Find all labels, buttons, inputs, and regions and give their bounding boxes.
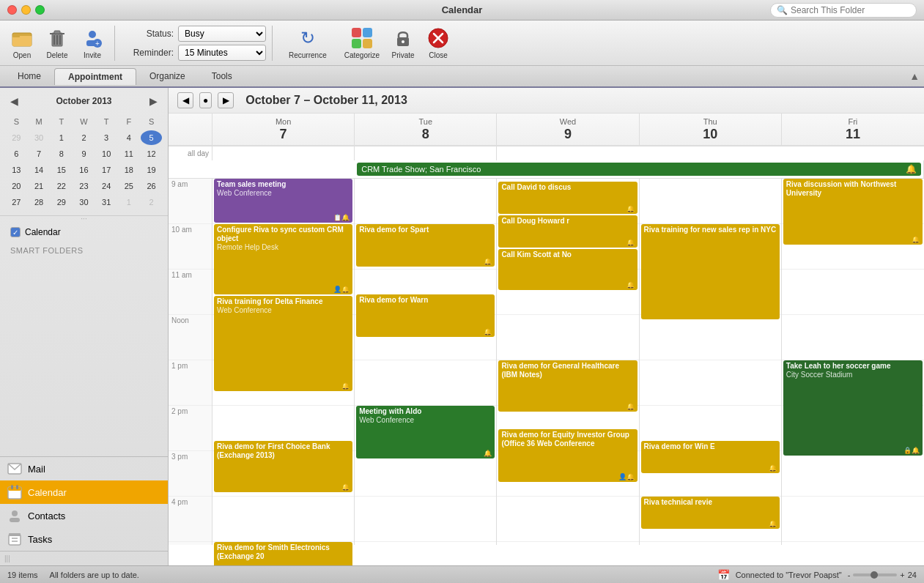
event-riva-wine[interactable]: Riva demo for Win E 🔔 — [641, 441, 780, 473]
event-configure-riva[interactable]: Configure Riva to sync custom CRM object… — [214, 224, 352, 294]
cal-day[interactable]: 15 — [51, 163, 72, 177]
cal-day[interactable]: 23 — [73, 179, 95, 193]
event-icon: 🔔 — [484, 450, 492, 457]
tab-tools[interactable]: Tools — [199, 68, 245, 84]
tab-organize[interactable]: Organize — [136, 68, 199, 84]
tab-appointment[interactable]: Appointment — [54, 68, 136, 85]
cal-day[interactable]: 6 — [6, 146, 27, 161]
delete-button[interactable]: Delete — [41, 23, 73, 62]
cal-day[interactable]: 20 — [6, 179, 27, 193]
cal-day[interactable]: 18 — [119, 163, 140, 177]
cal-day[interactable]: 9 — [73, 146, 95, 161]
event-riva-delta[interactable]: Riva training for Delta Finance Web Conf… — [214, 296, 352, 391]
event-call-doug[interactable]: Call Doug Howard r 🔔 — [498, 215, 637, 248]
search-box[interactable]: 🔍 — [770, 3, 917, 18]
cal-day[interactable]: 16 — [73, 163, 95, 177]
event-riva-spart[interactable]: Riva demo for Spart 🔔 — [356, 224, 495, 267]
cal-day[interactable]: 29 — [51, 195, 72, 209]
tab-overflow-icon[interactable]: ▲ — [909, 70, 920, 82]
event-team-sales[interactable]: Team sales meeting Web Conference 📋🔔 — [214, 179, 352, 223]
zoom-plus[interactable]: + — [900, 571, 904, 579]
cal-day[interactable]: 28 — [29, 195, 50, 209]
wed-slot-4 — [497, 497, 638, 542]
cal-day[interactable]: 29 — [6, 130, 27, 145]
maximize-window-button[interactable] — [35, 5, 45, 15]
event-riva-warn[interactable]: Riva demo for Warn 🔔 — [356, 294, 495, 337]
cal-day[interactable]: 4 — [119, 130, 140, 145]
zoom-thumb[interactable] — [871, 571, 878, 579]
event-general-healthcare[interactable]: Riva demo for General Healthcare (IBM No… — [498, 360, 637, 412]
cal-day[interactable]: 27 — [6, 195, 27, 209]
minimize-window-button[interactable] — [21, 5, 31, 15]
status-select[interactable]: Busy Free Tentative Out of Office — [178, 26, 266, 42]
crm-trade-show-event[interactable]: CRM Trade Show; San Francisco 🔔 — [357, 163, 921, 176]
cal-prev-btn[interactable]: ◀ — [177, 92, 193, 108]
cal-day[interactable]: 13 — [6, 163, 27, 177]
close-event-button[interactable]: Close — [422, 23, 454, 62]
event-call-david[interactable]: Call David to discus 🔔 — [498, 182, 637, 214]
cal-next-btn[interactable]: ▶ — [218, 92, 234, 108]
mini-calendar: ◀ October 2013 ▶ S M T W T F S 29 30 1 — [0, 88, 168, 215]
cal-day[interactable]: 8 — [51, 146, 72, 161]
nav-tasks[interactable]: Tasks — [0, 527, 168, 551]
cal-day[interactable]: 12 — [141, 146, 162, 161]
tue-num: 8 — [359, 127, 492, 142]
search-input[interactable] — [791, 5, 910, 15]
cal-day[interactable]: 19 — [141, 163, 162, 177]
cal-day[interactable]: 2 — [73, 130, 95, 145]
cal-day[interactable]: 31 — [96, 195, 117, 209]
recurrence-button[interactable]: ↻ Recurrence — [284, 23, 331, 62]
cal-day-today[interactable]: 5 — [141, 130, 162, 145]
time-grid[interactable]: 9 am 10 am 11 am Noon 1 pm 2 pm 3 pm 4 p… — [169, 179, 924, 565]
event-first-choice[interactable]: Riva demo for First Choice Bank (Exchang… — [214, 441, 352, 492]
event-take-leah[interactable]: Take Leah to her soccer game City Soccer… — [783, 360, 923, 456]
cal-day[interactable]: 11 — [119, 146, 140, 161]
tab-home[interactable]: Home — [4, 68, 54, 84]
cal-day[interactable]: 3 — [96, 130, 117, 145]
time-slot-9am: 10 am — [169, 224, 212, 270]
cal-day[interactable]: 25 — [119, 179, 140, 193]
cal-today-btn[interactable]: ● — [199, 92, 212, 108]
event-meeting-aldo[interactable]: Meeting with Aldo Web Conference 🔔 — [356, 406, 495, 458]
event-call-kim[interactable]: Call Kim Scott at No 🔔 — [498, 249, 637, 290]
cal-day[interactable]: 1 — [51, 130, 72, 145]
calendar-checkbox[interactable]: ✓ — [10, 227, 21, 237]
invite-button[interactable]: + Invite — [76, 23, 108, 62]
event-riva-technical[interactable]: Riva technical revie 🔔 — [641, 497, 780, 529]
time-label: 4 pm — [171, 498, 188, 506]
nav-mail[interactable]: Mail — [0, 457, 168, 480]
cal-day[interactable]: 17 — [96, 163, 117, 177]
event-riva-training-nyc[interactable]: Riva training for new sales rep in NYC — [641, 224, 780, 319]
mini-cal-next[interactable]: ▶ — [147, 94, 160, 108]
cal-day[interactable]: 30 — [29, 130, 50, 145]
open-button[interactable]: Open — [6, 23, 38, 62]
time-grid-inner: 9 am 10 am 11 am Noon 1 pm 2 pm 3 pm 4 p… — [169, 179, 924, 545]
all-day-tue — [355, 146, 497, 160]
event-equity-investor[interactable]: Riva demo for Equity Investor Group (Off… — [498, 429, 637, 482]
close-window-button[interactable] — [7, 5, 17, 15]
zoom-minus[interactable]: - — [848, 571, 851, 579]
window-controls — [7, 5, 45, 15]
cal-day[interactable]: 21 — [29, 179, 50, 193]
cal-day[interactable]: 1 — [119, 195, 140, 209]
cal-day[interactable]: 2 — [141, 195, 162, 209]
zoom-slider[interactable] — [853, 573, 897, 576]
toolbar: Open Delete + Invite Status: Busy Free T… — [0, 21, 924, 66]
categorize-button[interactable]: Categorize — [340, 23, 384, 62]
cal-day[interactable]: 7 — [29, 146, 50, 161]
nav-contacts[interactable]: Contacts — [0, 504, 168, 527]
nav-calendar[interactable]: Calendar — [0, 480, 168, 504]
mon-num: 7 — [217, 127, 350, 142]
cal-day[interactable]: 30 — [73, 195, 95, 209]
private-button[interactable]: Private — [387, 23, 419, 62]
mini-cal-prev[interactable]: ◀ — [7, 94, 21, 108]
cal-day[interactable]: 14 — [29, 163, 50, 177]
event-smith-electronics[interactable]: Riva demo for Smith Electronics (Exchang… — [214, 542, 352, 565]
event-riva-nw-univ[interactable]: Riva discussion with Northwest Universit… — [783, 179, 923, 245]
cal-day[interactable]: 10 — [96, 146, 117, 161]
cal-day[interactable]: 22 — [51, 179, 72, 193]
cal-day[interactable]: 24 — [96, 179, 117, 193]
reminder-select[interactable]: 15 Minutes None 5 Minutes 30 Minutes 1 H… — [178, 45, 266, 61]
sidebar-calendar-item[interactable]: ✓ Calendar — [6, 224, 162, 240]
cal-day[interactable]: 26 — [141, 179, 162, 193]
